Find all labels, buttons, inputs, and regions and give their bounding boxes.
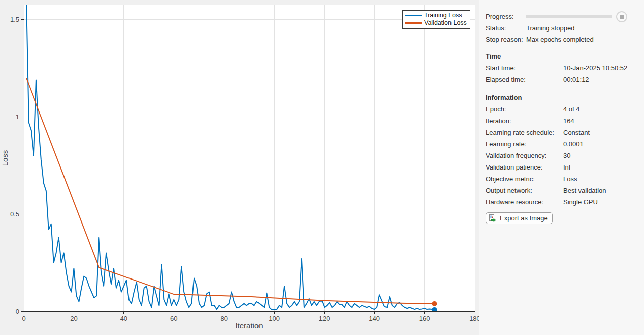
legend-label: Training Loss [424,12,462,19]
y-tick-label: 1.5 [10,16,19,23]
validation-frequency-value: 30 [563,152,570,159]
export-image-button[interactable]: Export as Image [486,212,553,224]
learning-rate-label: Learning rate: [486,140,563,148]
x-tick-label: 40 [120,315,127,322]
loss-chart[interactable]: 02040608010012014016018000.511.5Iteratio… [0,0,479,335]
status-label: Status: [486,24,526,32]
learning-rate-schedule-label: Learning rate schedule: [486,129,563,136]
x-tick-label: 60 [170,315,177,322]
progress-label: Progress: [486,13,526,20]
stop-reason-value: Max epochs completed [526,36,594,43]
start-time-value: 10-Jan-2025 10:50:52 [563,64,627,72]
validation-patience-label: Validation patience: [486,163,563,171]
start-time-row: Start time: 10-Jan-2025 10:50:52 [486,62,638,74]
status-value: Training stopped [526,24,574,32]
epoch-row: Epoch: 4 of 4 [486,103,638,115]
y-tick-label: 0.5 [10,210,19,218]
epoch-label: Epoch: [486,105,563,113]
validation-patience-value: Inf [563,163,570,171]
objective-metric-value: Loss [563,175,577,183]
learning-rate-schedule-row: Learning rate schedule: Constant [486,127,638,138]
x-tick-label: 140 [369,315,380,322]
output-network-label: Output network: [486,187,563,194]
chart-legend[interactable]: Training Loss Validation Loss [402,10,470,29]
stop-icon [620,15,624,19]
hardware-resource-row: Hardware resource: Single GPU [486,196,638,208]
validation-loss-line-sample [405,22,422,24]
epoch-value: 4 of 4 [563,105,580,113]
legend-entry-validation-loss[interactable]: Validation Loss [405,19,467,27]
status-row: Status: Training stopped [486,22,638,34]
x-tick-label: 180 [469,315,479,322]
iteration-value: 164 [563,117,574,125]
time-section-header: Time [486,50,638,62]
plot-background [24,5,475,311]
x-tick-label: 160 [419,315,430,322]
stop-button[interactable] [616,11,627,22]
elapsed-time-value: 00:01:12 [563,76,589,83]
x-tick-label: 100 [269,315,280,322]
training-progress-window: 02040608010012014016018000.511.5Iteratio… [0,0,644,335]
legend-label: Validation Loss [424,19,467,27]
iteration-row: Iteration: 164 [486,115,638,127]
learning-rate-value: 0.0001 [563,140,584,148]
validation-loss-end-marker [432,301,437,306]
y-tick-label: 1 [16,113,19,121]
training-loss-line-sample [405,15,422,16]
x-tick-label: 20 [70,315,77,322]
iteration-label: Iteration: [486,117,563,125]
output-network-row: Output network: Best validation [486,185,638,196]
information-section-header: Information [486,92,638,103]
learning-rate-row: Learning rate: 0.0001 [486,138,638,150]
x-tick-label: 80 [221,315,228,322]
loss-chart-area: 02040608010012014016018000.511.5Iteratio… [0,0,479,335]
learning-rate-schedule-value: Constant [563,129,590,136]
progress-bar [526,15,612,18]
validation-patience-row: Validation patience: Inf [486,161,638,173]
objective-metric-row: Objective metric: Loss [486,173,638,185]
start-time-label: Start time: [486,64,563,72]
export-image-icon [489,214,497,222]
y-tick-label: 0 [16,308,19,315]
x-tick-label: 120 [319,315,330,322]
elapsed-time-row: Elapsed time: 00:01:12 [486,74,638,85]
stop-reason-label: Stop reason: [486,36,526,43]
y-axis-label: Loss [1,150,9,166]
validation-frequency-label: Validation frequency: [486,152,563,159]
stop-reason-row: Stop reason: Max epochs completed [486,34,638,45]
progress-row: Progress: [486,11,638,22]
x-tick-label: 0 [22,315,25,322]
hardware-resource-value: Single GPU [563,198,598,206]
legend-entry-training-loss[interactable]: Training Loss [405,12,467,19]
training-info-panel: Progress: Status: Training stopped Stop … [479,0,644,335]
hardware-resource-label: Hardware resource: [486,198,563,206]
export-image-button-label: Export as Image [500,214,548,222]
elapsed-time-label: Elapsed time: [486,76,563,83]
x-axis-label: Iteration [235,321,263,330]
output-network-value: Best validation [563,187,606,194]
validation-frequency-row: Validation frequency: 30 [486,150,638,161]
objective-metric-label: Objective metric: [486,175,563,183]
